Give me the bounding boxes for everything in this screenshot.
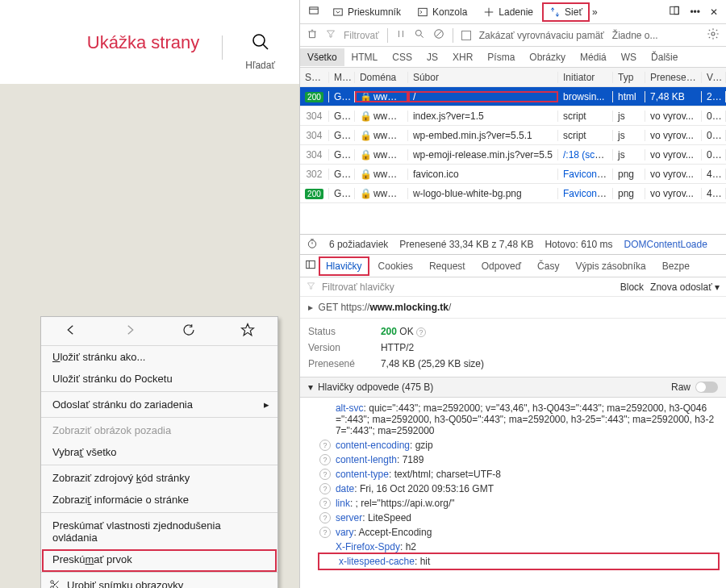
back-icon[interactable] bbox=[64, 323, 78, 340]
filter-tab-css[interactable]: CSS bbox=[385, 48, 419, 66]
devtools-panel: Prieskumník Konzola Ladenie Sieť » ••• ✕… bbox=[299, 0, 726, 588]
filter-tab-médiá[interactable]: Médiá bbox=[573, 48, 614, 66]
svg-point-20 bbox=[711, 32, 715, 35]
settings-gear-icon[interactable] bbox=[707, 27, 720, 43]
network-row[interactable]: 304GET🔒www....wp-embed.min.js?ver=5.5.1s… bbox=[300, 126, 726, 145]
raw-toggle[interactable] bbox=[695, 382, 718, 393]
context-nav bbox=[41, 317, 277, 346]
network-row[interactable]: 302GET🔒www....favicon.icoFaviconL...pngv… bbox=[300, 165, 726, 184]
help-icon[interactable]: ? bbox=[319, 527, 331, 538]
svg-marker-26 bbox=[307, 282, 314, 288]
dock-icon[interactable] bbox=[666, 3, 683, 20]
detail-tabs: Hlavičky Cookies Request Odpoveď Časy Vý… bbox=[300, 255, 726, 277]
detail-tab-response[interactable]: Odpoveď bbox=[475, 257, 528, 275]
search-icon bbox=[251, 32, 270, 55]
network-toolbar: Filtrovať Zakázať vyrovnávaciu pamäť Žia… bbox=[300, 24, 726, 47]
svg-point-0 bbox=[253, 35, 265, 46]
meatballs-icon[interactable]: ••• bbox=[686, 5, 703, 19]
help-icon[interactable]: ? bbox=[319, 454, 331, 465]
ctx-inspect-a11y[interactable]: Preskúmať vlastnosti zjednodušenia ovlád… bbox=[41, 515, 277, 548]
svg-line-1 bbox=[263, 44, 268, 49]
context-menu[interactable]: Uložiť stránku ako... Uložiť stránku do … bbox=[40, 316, 278, 588]
filter-tab-písma[interactable]: Písma bbox=[480, 48, 522, 66]
detail-tab-cookies[interactable]: Cookies bbox=[372, 257, 419, 275]
lock-icon: 🔒 bbox=[360, 188, 372, 199]
detail-tab-timings[interactable]: Časy bbox=[531, 257, 565, 275]
detail-tab-security[interactable]: Bezpe bbox=[656, 257, 696, 275]
svg-rect-12 bbox=[674, 6, 678, 14]
ctx-view-info[interactable]: Zobraziť informácie o stránke bbox=[41, 489, 277, 513]
help-icon[interactable]: ? bbox=[319, 512, 331, 523]
filter-tab-xhr[interactable]: XHR bbox=[445, 48, 480, 66]
ctx-select-all[interactable]: Vybrať všetko bbox=[41, 441, 277, 465]
bookmark-icon[interactable] bbox=[240, 323, 255, 340]
help-icon[interactable]: ? bbox=[319, 440, 331, 451]
help-icon[interactable]: ? bbox=[319, 483, 331, 494]
network-row[interactable]: 200GET🔒www....w-logo-blue-white-bg.pngFa… bbox=[300, 184, 726, 203]
response-headers-section[interactable]: ▾ Hlavičky odpovede (475 B)Raw bbox=[300, 377, 726, 398]
filter-icon[interactable] bbox=[326, 29, 336, 41]
tab-network[interactable]: Sieť bbox=[543, 3, 589, 21]
overflow-icon[interactable]: » bbox=[592, 6, 598, 18]
network-table-body: 200GET🔒www..../browsin...html7,48 KB25..… bbox=[300, 87, 726, 203]
svg-line-7 bbox=[53, 583, 55, 585]
block-icon[interactable] bbox=[433, 28, 444, 42]
throttle-select[interactable]: Žiadne o... bbox=[612, 30, 658, 41]
filter-tab-obrázky[interactable]: Obrázky bbox=[522, 48, 573, 66]
help-icon[interactable]: ? bbox=[319, 498, 331, 509]
filter-tab-ďalšie[interactable]: Ďalšie bbox=[644, 48, 685, 66]
filter-headers-input[interactable]: Filtrovať hlavičky bbox=[322, 281, 394, 293]
sidebar-toggle-icon[interactable] bbox=[305, 259, 316, 273]
close-icon[interactable]: ✕ bbox=[707, 5, 721, 19]
submenu-arrow-icon: ▸ bbox=[264, 398, 269, 411]
response-headers-list: alt-svc: quic=":443"; ma=2592000; v="43,… bbox=[300, 398, 726, 577]
filter-input[interactable]: Filtrovať bbox=[344, 30, 379, 41]
network-row[interactable]: 200GET🔒www..../browsin...html7,48 KB25..… bbox=[300, 87, 726, 106]
ctx-screenshot[interactable]: Urobiť snímku obrazovky bbox=[41, 574, 277, 588]
filter-tab-js[interactable]: JS bbox=[419, 48, 445, 66]
devtools-tabs: Prieskumník Konzola Ladenie Sieť » ••• ✕ bbox=[300, 0, 726, 24]
svg-rect-8 bbox=[310, 7, 319, 14]
lock-icon: 🔒 bbox=[360, 130, 372, 141]
pause-icon[interactable] bbox=[396, 28, 406, 42]
detail-tab-stack[interactable]: Výpis zásobníka bbox=[569, 257, 652, 275]
resend-button[interactable]: Znova odoslať ▾ bbox=[650, 281, 720, 293]
tab-console[interactable]: Konzola bbox=[411, 3, 474, 21]
response-header: ?content-encoding: gzip bbox=[319, 438, 718, 452]
help-icon[interactable]: ? bbox=[319, 469, 331, 480]
response-header: alt-svc: quic=":443"; ma=2592000; v="43,… bbox=[319, 401, 718, 438]
block-button[interactable]: Block bbox=[620, 281, 644, 293]
search-icon[interactable] bbox=[414, 28, 425, 42]
help-icon[interactable]: ? bbox=[416, 327, 426, 337]
detail-tab-headers[interactable]: Hlavičky bbox=[319, 257, 369, 275]
network-row[interactable]: 304GET🔒www....wp-emoji-release.min.js?ve… bbox=[300, 145, 726, 165]
ctx-save-pocket[interactable]: Uložiť stránku do Pocketu bbox=[41, 368, 277, 392]
ctx-view-bg: Zobraziť obrázok pozadia bbox=[41, 419, 277, 441]
ctx-view-source[interactable]: Zobraziť zdrojový kód stránky bbox=[41, 467, 277, 489]
filter-tab-html[interactable]: HTML bbox=[344, 48, 386, 66]
ctx-save-as[interactable]: Uložiť stránku ako... bbox=[41, 346, 277, 368]
forward-icon[interactable] bbox=[123, 323, 137, 340]
page-title: Ukážka strany bbox=[87, 32, 199, 53]
response-header: ?vary: Accept-Encoding bbox=[319, 525, 718, 540]
network-summary: 6 požiadaviek Prenesené 33,34 KB z 7,48 … bbox=[300, 234, 726, 255]
ctx-send-device[interactable]: Odoslať stránku do zariadenia▸ bbox=[41, 394, 277, 418]
svg-marker-13 bbox=[327, 31, 334, 37]
network-row[interactable]: 304GET🔒www....index.js?ver=1.5scriptjsvo… bbox=[300, 106, 726, 126]
iframe-picker-icon[interactable] bbox=[305, 3, 323, 20]
svg-rect-9 bbox=[334, 8, 343, 15]
ctx-inspect-element[interactable]: Preskúmať prvok bbox=[41, 548, 277, 573]
tab-debugger[interactable]: Ladenie bbox=[477, 3, 540, 21]
disable-cache-label: Zakázať vyrovnávaciu pamäť bbox=[479, 30, 604, 41]
filter-tab-všetko[interactable]: Všetko bbox=[300, 48, 344, 66]
tab-inspector[interactable]: Prieskumník bbox=[326, 3, 407, 21]
svg-point-16 bbox=[415, 30, 421, 35]
reload-icon[interactable] bbox=[182, 323, 196, 340]
filter-tab-ws[interactable]: WS bbox=[614, 48, 644, 66]
disable-cache-checkbox[interactable] bbox=[461, 31, 471, 40]
svg-point-3 bbox=[51, 581, 54, 584]
lock-icon: 🔒 bbox=[360, 91, 372, 102]
detail-tab-request[interactable]: Request bbox=[423, 257, 472, 275]
trash-icon[interactable] bbox=[307, 28, 318, 42]
search-button[interactable]: Hľadať bbox=[245, 32, 275, 71]
